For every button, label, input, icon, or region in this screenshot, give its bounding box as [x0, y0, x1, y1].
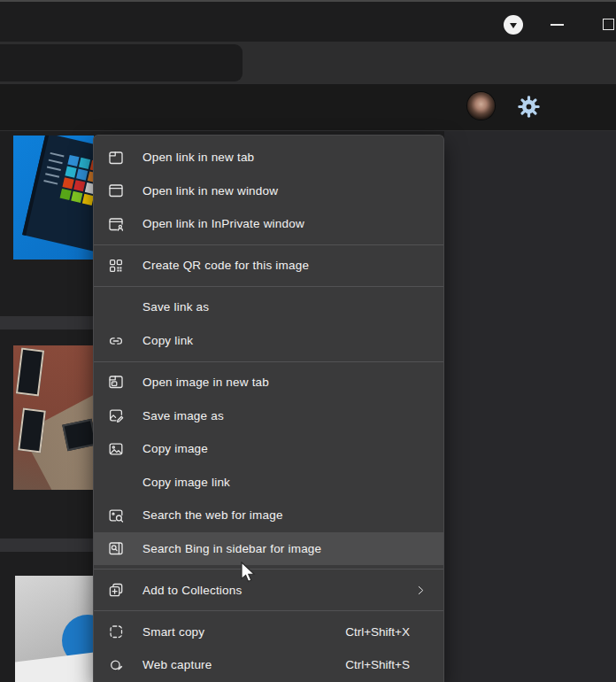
menu-item-search-web-for-image[interactable]: Search the web for image — [94, 499, 443, 532]
menu-item-smart-copy[interactable]: Smart copy Ctrl+Shift+X — [94, 616, 443, 649]
submenu-chevron-right-icon — [414, 584, 427, 597]
image-edit-icon — [107, 407, 125, 424]
search-image-icon — [107, 507, 125, 524]
menu-separator — [94, 244, 443, 245]
laptop-graphic — [22, 136, 94, 257]
menu-separator — [94, 361, 443, 362]
image-thumbnail-windows-laptop[interactable] — [13, 136, 94, 260]
menu-item-label: Create QR code for this image — [142, 259, 429, 272]
maximize-button[interactable] — [603, 19, 614, 30]
menu-item-copy-link[interactable]: Copy link — [94, 324, 443, 358]
menu-item-label: Open image in new tab — [142, 376, 429, 389]
white-surface-graphic — [15, 652, 94, 682]
menu-item-open-image-new-tab[interactable]: Open image in new tab — [94, 366, 443, 399]
menu-item-copy-image[interactable]: Copy image — [94, 432, 443, 466]
menu-item-add-to-collections[interactable]: Add to Collections — [94, 574, 443, 608]
menu-separator — [94, 569, 443, 570]
menu-item-save-link-as[interactable]: Save link as — [94, 291, 443, 324]
qr-code-icon — [107, 257, 125, 275]
menu-item-label: Copy image link — [142, 476, 429, 489]
row-separator-band — [0, 539, 94, 552]
inprivate-window-icon — [107, 215, 125, 233]
menu-item-web-capture[interactable]: Web capture Ctrl+Shift+S — [94, 648, 443, 682]
user-avatar[interactable] — [467, 92, 495, 120]
menu-item-label: Copy image — [142, 442, 429, 455]
minimize-button[interactable] — [551, 24, 564, 26]
window-titlebar — [0, 0, 616, 42]
menu-separator — [94, 286, 443, 287]
building-window-graphic — [16, 348, 44, 397]
menu-item-label: Save link as — [142, 300, 429, 314]
menu-item-search-bing-sidebar[interactable]: Search Bing in sidebar for image — [94, 532, 443, 566]
down-triangle-icon — [510, 23, 517, 28]
menu-item-label: Open link in new window — [142, 184, 429, 198]
settings-gear-icon[interactable] — [516, 94, 542, 120]
menu-separator — [94, 610, 443, 611]
menu-item-save-image-as[interactable]: Save image as — [94, 399, 443, 432]
collections-add-icon — [107, 581, 125, 599]
new-tab-icon — [107, 149, 125, 167]
menu-item-shortcut: Ctrl+Shift+S — [345, 658, 410, 671]
context-menu: Open link in new tab Open link in new wi… — [93, 135, 444, 682]
menu-item-shortcut: Ctrl+Shift+X — [345, 625, 410, 639]
image-thumbnail-brick-building[interactable] — [13, 345, 94, 490]
no-icon — [107, 298, 125, 316]
menu-item-copy-image-link[interactable]: Copy image link — [94, 465, 443, 499]
new-window-icon — [107, 182, 125, 199]
row-separator-band — [0, 316, 94, 329]
menu-item-label: Copy link — [142, 334, 429, 347]
menu-item-label: Open link in new tab — [142, 151, 429, 164]
image-thumbnail-product[interactable] — [15, 576, 94, 682]
page-header — [0, 84, 616, 131]
menu-item-open-link-inprivate[interactable]: Open link in InPrivate window — [94, 207, 443, 241]
edge-browser-window: Open link in new tab Open link in new wi… — [0, 0, 616, 682]
image-icon — [107, 440, 125, 458]
menu-item-label: Web capture — [142, 658, 345, 671]
web-capture-icon — [107, 656, 125, 674]
menu-item-open-link-new-tab[interactable]: Open link in new tab — [94, 141, 443, 174]
menu-item-label: Search the web for image — [142, 508, 429, 522]
menu-item-label: Open link in InPrivate window — [142, 217, 429, 230]
link-icon — [107, 332, 125, 350]
menu-item-label: Save image as — [142, 409, 429, 422]
menu-item-label: Smart copy — [142, 625, 345, 639]
no-icon — [107, 473, 125, 491]
browser-toolbar — [0, 42, 616, 84]
search-sidebar-icon — [107, 539, 125, 557]
menu-item-open-link-new-window[interactable]: Open link in new window — [94, 174, 443, 208]
tab-media-indicator-icon[interactable] — [504, 15, 523, 35]
menu-item-label: Add to Collections — [142, 584, 414, 597]
building-window-graphic — [62, 419, 94, 451]
menu-item-label: Search Bing in sidebar for image — [142, 542, 429, 555]
smart-copy-icon — [107, 623, 125, 640]
page-content-right — [444, 131, 616, 682]
address-bar[interactable] — [0, 44, 243, 81]
menu-item-create-qr-code[interactable]: Create QR code for this image — [94, 249, 443, 283]
image-new-tab-icon — [107, 373, 125, 391]
